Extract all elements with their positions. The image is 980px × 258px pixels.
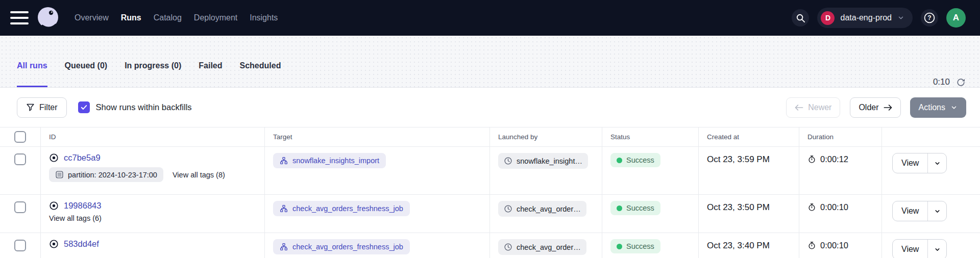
view-cell: View — [882, 233, 980, 258]
id-cell: 583dd4ef — [41, 233, 265, 258]
checkbox-checked-icon — [78, 101, 90, 113]
launched-by-cell: check_avg_order… — [490, 195, 602, 233]
arrow-right-icon — [884, 104, 892, 111]
success-dot-icon — [617, 158, 622, 163]
menu-icon[interactable] — [10, 11, 29, 24]
status-badge: Success — [610, 201, 660, 215]
backfills-label: Show runs within backfills — [96, 102, 192, 112]
stopwatch-icon — [807, 155, 816, 164]
nav-item-catalog[interactable]: Catalog — [154, 13, 182, 22]
schedule-clock-icon — [504, 243, 512, 251]
filter-button[interactable]: Filter — [17, 97, 67, 118]
nav-item-overview[interactable]: Overview — [75, 13, 109, 22]
tab-scheduled[interactable]: Scheduled — [240, 36, 281, 87]
schedule-clock-icon — [504, 157, 512, 165]
created-at-cell: Oct 23, 3:50 PM — [699, 195, 799, 233]
refresh-countdown: 0:10 — [933, 77, 950, 87]
target-job-link[interactable]: check_avg_orders_freshness_job — [273, 239, 410, 254]
view-options-chevron[interactable] — [927, 153, 946, 173]
status-cell: Success — [602, 147, 699, 194]
run-status-target-icon — [49, 153, 59, 163]
partition-tag-label: partition: 2024-10-23-17:00 — [68, 171, 157, 179]
view-all-tags-link[interactable]: View all tags (6) — [49, 214, 102, 222]
view-run-button[interactable]: View — [893, 153, 927, 173]
launched-by-tag[interactable]: check_avg_order… — [498, 239, 586, 255]
job-graph-icon — [280, 204, 288, 213]
run-id-link[interactable]: 19986843 — [64, 201, 101, 211]
nav-item-deployment[interactable]: Deployment — [194, 13, 237, 22]
search-icon — [796, 13, 805, 23]
run-status-target-icon — [49, 201, 59, 211]
target-cell: check_avg_orders_freshness_job — [265, 195, 490, 233]
partition-tag[interactable]: partition: 2024-10-23-17:00 — [49, 167, 163, 182]
schedule-clock-icon — [504, 204, 512, 213]
older-button[interactable]: Older — [850, 97, 900, 118]
search-button[interactable] — [792, 9, 809, 27]
tab-queued[interactable]: Queued (0) — [65, 36, 108, 87]
launched-by-tag[interactable]: snowflake_insight… — [498, 153, 588, 169]
duration-cell: 0:00:10 — [799, 233, 882, 258]
run-status-target-icon — [49, 239, 59, 249]
target-cell: snowflake_insights_import — [265, 147, 490, 194]
stopwatch-icon — [807, 203, 816, 212]
target-cell: check_avg_orders_freshness_job — [265, 233, 490, 258]
table-row: cc7be5a9 partition: 2024-10-23-17:00 Vie… — [0, 147, 980, 195]
run-id-link[interactable]: 583dd4ef — [64, 239, 99, 249]
column-header-id: ID — [41, 127, 265, 146]
created-at-cell: Oct 23, 3:59 PM — [699, 147, 799, 194]
help-icon: ? — [923, 12, 936, 24]
view-all-tags-link[interactable]: View all tags (8) — [173, 171, 225, 179]
view-cell: View — [882, 147, 980, 194]
dagster-logo-icon[interactable] — [36, 6, 60, 30]
column-header-created-at: Created at — [699, 127, 799, 146]
nav-item-runs[interactable]: Runs — [121, 13, 141, 22]
chevron-down-icon — [897, 14, 904, 21]
workspace-switcher[interactable]: D data-eng-prod — [817, 8, 913, 28]
status-badge: Success — [610, 153, 660, 167]
launched-by-tag[interactable]: check_avg_order… — [498, 201, 586, 217]
user-avatar[interactable]: A — [946, 8, 966, 28]
duration-cell: 0:00:12 — [799, 147, 882, 194]
runs-tabs-band: All runs Queued (0) In progress (0) Fail… — [0, 36, 980, 88]
refresh-icon[interactable] — [956, 78, 966, 87]
nav-item-insights[interactable]: Insights — [250, 13, 278, 22]
tab-failed[interactable]: Failed — [199, 36, 222, 87]
column-header-status: Status — [602, 127, 699, 146]
created-at-cell: Oct 23, 3:40 PM — [699, 233, 799, 258]
help-button[interactable]: ? — [921, 9, 938, 27]
table-row: 583dd4ef check_avg_orders_freshness_job — [0, 233, 980, 258]
newer-button[interactable]: Newer — [786, 97, 840, 118]
status-cell: Success — [602, 233, 699, 258]
select-all-checkbox[interactable] — [14, 131, 26, 143]
success-dot-icon — [617, 205, 622, 211]
launched-by-cell: check_avg_order… — [490, 233, 602, 258]
target-job-link[interactable]: check_avg_orders_freshness_job — [273, 201, 410, 216]
id-cell: 19986843 View all tags (6) — [41, 195, 265, 233]
tab-in-progress[interactable]: In progress (0) — [125, 36, 181, 87]
stopwatch-icon — [807, 241, 816, 250]
partition-grid-icon — [55, 170, 64, 179]
view-run-button[interactable]: View — [893, 240, 927, 258]
column-header-duration: Duration — [799, 127, 882, 146]
column-header-actions — [882, 127, 980, 146]
svg-text:?: ? — [927, 14, 931, 21]
runs-page: Overview Runs Catalog Deployment Insight… — [0, 0, 980, 258]
launched-by-cell: snowflake_insight… — [490, 147, 602, 194]
row-checkbox[interactable] — [14, 201, 26, 213]
top-nav: Overview Runs Catalog Deployment Insight… — [0, 0, 980, 36]
row-checkbox[interactable] — [14, 153, 26, 165]
table-header: ID Target Launched by Status Created at … — [0, 127, 980, 147]
view-options-chevron[interactable] — [927, 240, 946, 258]
tab-all-runs[interactable]: All runs — [17, 36, 47, 87]
workspace-name: data-eng-prod — [840, 13, 892, 22]
target-job-link[interactable]: snowflake_insights_import — [273, 153, 386, 168]
row-checkbox[interactable] — [14, 240, 26, 251]
run-id-link[interactable]: cc7be5a9 — [64, 153, 101, 163]
view-options-chevron[interactable] — [927, 201, 946, 221]
view-run-button[interactable]: View — [893, 201, 927, 221]
status-cell: Success — [602, 195, 699, 233]
backfills-checkbox[interactable]: Show runs within backfills — [78, 101, 192, 113]
actions-button[interactable]: Actions — [910, 97, 966, 118]
column-header-launched-by: Launched by — [490, 127, 602, 146]
filter-icon — [26, 103, 35, 112]
